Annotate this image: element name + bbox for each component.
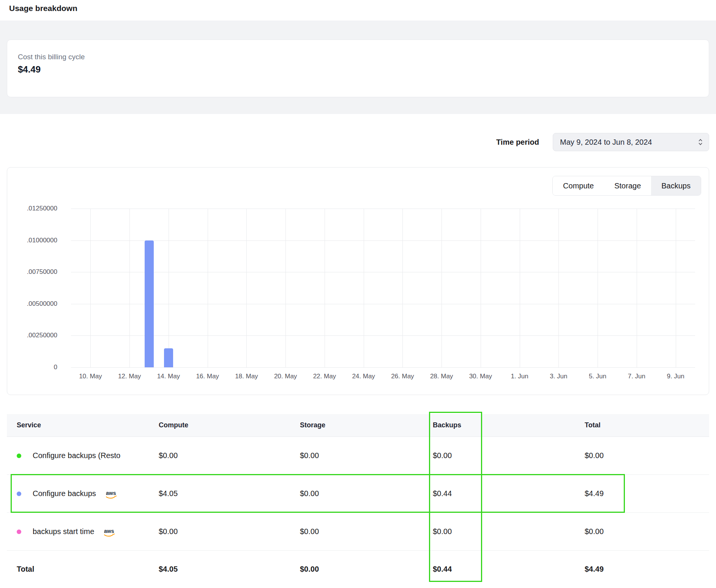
x-tick-label: 10. May — [79, 373, 102, 380]
tab-compute[interactable]: Compute — [553, 176, 604, 195]
gridline-v — [208, 209, 208, 367]
gridline-v — [402, 209, 403, 367]
chart-bar — [164, 348, 173, 367]
x-tick-label: 1. Jun — [511, 373, 528, 380]
service-dot-pink — [17, 530, 21, 534]
chart-y-axis: .01250000.01000000.00750000.00500000.002… — [15, 209, 57, 367]
gridline-v — [520, 209, 520, 367]
gridline-v — [90, 209, 91, 367]
chart-plot — [71, 209, 695, 367]
gridline-h — [71, 304, 695, 304]
x-tick-label: 3. Jun — [550, 373, 567, 380]
table-row-configure-backups: Configure backups aws $4.05 $0.00 $0.44 … — [7, 475, 709, 513]
chart-x-axis: 10. May12. May14. May16. May18. May20. M… — [71, 373, 695, 383]
gridline-h — [71, 240, 695, 241]
chart-bar — [145, 240, 154, 367]
svg-text:aws: aws — [104, 528, 114, 534]
billing-summary-section: Cost this billing cycle $4.49 — [0, 21, 716, 114]
gridline-v — [325, 209, 325, 367]
gridline-h — [71, 367, 695, 368]
x-tick-label: 9. Jun — [667, 373, 684, 380]
gridline-v — [169, 209, 169, 367]
time-period-row: Time period May 9, 2024 to Jun 8, 2024 — [7, 133, 709, 151]
col-header-total: Total — [585, 421, 709, 429]
x-tick-label: 18. May — [235, 373, 258, 380]
cell-compute: $4.05 — [159, 489, 300, 498]
cell-total-total: $4.49 — [585, 565, 709, 574]
aws-logo-icon: aws — [103, 528, 116, 538]
chevron-updown-icon — [697, 138, 703, 146]
cell-backups: $0.00 — [433, 451, 585, 460]
x-tick-label: 7. Jun — [628, 373, 645, 380]
x-tick-label: 28. May — [430, 373, 453, 380]
gridline-v — [637, 209, 637, 367]
tab-backups[interactable]: Backups — [651, 176, 701, 195]
cell-storage: $0.00 — [300, 489, 433, 498]
billing-summary-card: Cost this billing cycle $4.49 — [7, 40, 709, 97]
y-tick-label: .01000000 — [27, 237, 57, 244]
usage-table: Service Compute Storage Backups Total Co… — [7, 414, 709, 587]
x-tick-label: 30. May — [469, 373, 492, 380]
gridline-v — [558, 209, 559, 367]
cell-total: $0.00 — [585, 451, 709, 460]
time-period-label: Time period — [496, 138, 539, 147]
gridline-v — [481, 209, 481, 367]
gridline-v — [246, 209, 247, 367]
y-tick-label: 0 — [54, 364, 57, 371]
svg-text:aws: aws — [106, 490, 116, 496]
x-tick-label: 5. Jun — [589, 373, 606, 380]
y-tick-label: .01250000 — [27, 205, 57, 212]
x-tick-label: 22. May — [313, 373, 336, 380]
table-row-backups-start-time: backups start time aws $0.00 $0.00 $0.00… — [7, 513, 709, 551]
gridline-v — [285, 209, 286, 367]
table-row-configure-backups-restored: Configure backups (Resto $0.00 $0.00 $0.… — [7, 437, 709, 475]
x-tick-label: 14. May — [157, 373, 180, 380]
x-tick-label: 16. May — [196, 373, 219, 380]
gridline-v — [676, 209, 676, 367]
metric-tab-group: Compute Storage Backups — [552, 176, 701, 196]
gridline-v — [364, 209, 364, 367]
time-period-value: May 9, 2024 to Jun 8, 2024 — [560, 138, 652, 147]
table-header-row: Service Compute Storage Backups Total — [7, 414, 709, 437]
service-dot-green — [17, 454, 21, 458]
billing-cycle-amount: $4.49 — [18, 64, 698, 75]
gridline-h — [71, 209, 695, 209]
service-name: Configure backups (Resto — [33, 451, 120, 460]
x-tick-label: 26. May — [391, 373, 414, 380]
col-header-storage: Storage — [300, 421, 433, 429]
cell-backups: $0.00 — [433, 527, 585, 536]
gridline-v — [598, 209, 598, 367]
cell-compute: $0.00 — [159, 527, 300, 536]
service-name: backups start time — [33, 527, 94, 536]
x-tick-label: 12. May — [118, 373, 141, 380]
col-header-service: Service — [17, 421, 159, 429]
tab-storage[interactable]: Storage — [604, 176, 651, 195]
cell-backups: $0.44 — [433, 489, 585, 498]
col-header-backups: Backups — [433, 421, 585, 429]
service-dot-blue — [17, 492, 21, 496]
gridline-v — [442, 209, 442, 367]
col-header-compute: Compute — [159, 421, 300, 429]
table-row-total: Total $4.05 $0.00 $0.44 $4.49 — [7, 551, 709, 587]
y-tick-label: .00500000 — [27, 300, 57, 308]
x-tick-label: 20. May — [274, 373, 297, 380]
cell-storage: $0.00 — [300, 527, 433, 536]
cell-storage: $0.00 — [300, 451, 433, 460]
cell-total: $4.49 — [585, 489, 709, 498]
y-tick-label: .00250000 — [27, 332, 57, 339]
page-title: Usage breakdown — [0, 0, 716, 14]
time-period-select[interactable]: May 9, 2024 to Jun 8, 2024 — [553, 133, 709, 151]
backups-bar-chart: .01250000.01000000.00750000.00500000.002… — [15, 209, 701, 386]
cell-compute-total: $4.05 — [159, 565, 300, 574]
cell-storage-total: $0.00 — [300, 565, 433, 574]
x-tick-label: 24. May — [352, 373, 375, 380]
gridline-h — [71, 335, 695, 336]
gridline-v — [129, 209, 130, 367]
gridline-h — [71, 272, 695, 272]
cell-compute: $0.00 — [159, 451, 300, 460]
usage-chart-panel: Compute Storage Backups .01250000.010000… — [7, 167, 709, 395]
cell-backups-total: $0.44 — [433, 565, 585, 574]
y-tick-label: .00750000 — [27, 268, 57, 276]
total-label: Total — [17, 565, 159, 574]
aws-logo-icon: aws — [104, 490, 118, 500]
